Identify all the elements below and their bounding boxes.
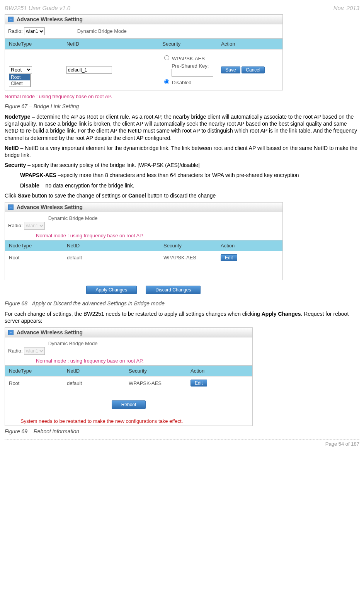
dropdown-opt-client[interactable]: Client (9, 80, 30, 87)
psk-row: Pre-Shared Key: (172, 63, 213, 77)
dropdown-opt-root[interactable]: Root (9, 74, 30, 80)
reboot-row: Reboot (5, 390, 252, 415)
cancel-button[interactable]: Cancel (242, 66, 264, 73)
cell-security: WPAPSK-AES (160, 251, 217, 264)
nodetype-dropdown[interactable]: Root Root Client (9, 66, 59, 73)
para-nodetype: NodeType – determine the AP as Root or c… (5, 113, 359, 141)
reboot-button[interactable]: Reboot (112, 400, 146, 409)
security-wpa-row[interactable]: WPAPSK-AES (162, 54, 213, 61)
nodetype-select[interactable]: Root (9, 66, 32, 73)
radio-row-2: Dynamic Bridge Mode (5, 212, 282, 221)
radio-label-2: Radio: (8, 223, 23, 228)
table-header-row: NodeType NetID Security Action (5, 39, 282, 49)
para-netid: NetID – NetID is a very important elemen… (5, 145, 359, 158)
bridge-table-2: NodeType NetID Security Action Root defa… (5, 240, 282, 264)
col-netid: NetID (63, 240, 160, 251)
para-wpapsk: WPAPSK-AES –specify more than 8 characte… (20, 172, 359, 179)
panel-reboot: − Advance Wireless Setting Dynamic Bridg… (5, 327, 253, 426)
note-normal-mode: Normal mode : using frequency base on ro… (5, 92, 359, 101)
apply-changes-button[interactable]: Apply Changes (86, 286, 137, 294)
edit-button[interactable]: Edit (191, 380, 207, 387)
apply-discard-row: Apply Changes Discard Changes (5, 282, 282, 298)
panel3-title-bar: − Advance Wireless Setting (5, 328, 252, 337)
netid-input[interactable] (66, 66, 112, 74)
cell-netid: default (63, 376, 125, 390)
page-footer: Page 54 of 187 (5, 439, 359, 447)
t4: For each change of settings, the BW2251 … (5, 311, 262, 317)
collapse-icon[interactable]: − (8, 330, 14, 335)
col-action: Action (217, 39, 282, 49)
psk-label: Pre-Shared Key: (172, 63, 209, 69)
radio-select-2: wlan1 (24, 222, 45, 230)
radio-row-2b: Radio: wlan1 (5, 221, 282, 233)
col-netid: NetID (63, 39, 158, 49)
page-header: BW2251 User Guide v1.0 Nov. 2013 (5, 5, 359, 11)
para-security: Security – specify the security policy o… (5, 162, 359, 169)
spacer (5, 264, 282, 280)
cell-security: WPAPSK-AES (125, 376, 187, 390)
figure-67-caption: Figure 67 – Bridge Link Setting (5, 103, 359, 109)
header-left: BW2251 User Guide v1.0 (5, 5, 70, 11)
col-nodetype: NodeType (5, 366, 63, 376)
table-row: Root default WPAPSK-AES Edit (5, 251, 282, 264)
text-wpapsk: –specify more than 8 characters and less… (56, 172, 299, 178)
security-disabled-radio[interactable] (164, 79, 169, 84)
cell-nodetype: Root (5, 251, 63, 264)
radio-select-3: wlan1 (24, 347, 45, 355)
radio-select[interactable]: wlan1 (24, 27, 45, 35)
t2: button to save the change of settings or (31, 192, 128, 199)
label-disable: Disable (20, 182, 39, 189)
b-save: Save (18, 192, 31, 199)
table-row: Root Root Client WPAPSK-AES (5, 49, 282, 90)
col-netid: NetID (63, 366, 125, 376)
bridge-table: NodeType NetID Security Action Root Root… (5, 38, 282, 90)
edit-button[interactable]: Edit (221, 254, 237, 261)
radio-row-3b: Radio: wlan1 (5, 346, 252, 358)
label-nodetype: NodeType (5, 114, 31, 120)
cell-nodetype: Root (5, 376, 63, 390)
psk-input[interactable] (172, 69, 213, 77)
mode-label-2: Dynamic Bridge Mode (48, 215, 98, 221)
save-button[interactable]: Save (221, 66, 240, 73)
panel-bridge-link-setting: − Advance Wireless Setting Radio: wlan1 … (5, 14, 283, 90)
security-disabled-row[interactable]: Disabled (162, 78, 213, 85)
security-group: WPAPSK-AES Pre-Shared Key: Disabled (162, 54, 213, 85)
table-row: Root default WPAPSK-AES Edit (5, 376, 252, 390)
cell-netid: default (63, 251, 160, 264)
security-wpa-radio[interactable] (164, 55, 169, 60)
mode-label-3: Dynamic Bridge Mode (48, 341, 98, 346)
discard-changes-button[interactable]: Discard Changes (146, 286, 201, 294)
col-action: Action (217, 240, 282, 251)
system-restart-warning: System needs to be restarted to make the… (5, 415, 252, 426)
table-header-row: NodeType NetID Security Action (5, 366, 252, 376)
col-nodetype: NodeType (5, 240, 63, 251)
panel2-title-bar: − Advance Wireless Setting (5, 203, 282, 212)
note-normal-mode-3: Normal mode : using frequency base on ro… (5, 358, 252, 365)
b-apply: Apply Changes (262, 311, 301, 317)
text-netid: – NetID is a very important element for … (5, 145, 357, 158)
figure-69-caption: Figure 69 – Reboot information (5, 428, 359, 434)
label-security: Security (5, 162, 26, 168)
text-security: – specify the security policy of the bri… (26, 162, 199, 168)
collapse-icon[interactable]: − (8, 204, 14, 210)
panel-title-bar: − Advance Wireless Setting (5, 15, 282, 24)
security-wpa-label: WPAPSK-AES (172, 56, 205, 61)
text-nodetype: – determine the AP as Root or client rul… (5, 114, 357, 141)
nodetype-dropdown-list: Root Client (9, 74, 31, 87)
panel-apply-discard: − Advance Wireless Setting Dynamic Bridg… (5, 202, 283, 280)
panel2-title: Advance Wireless Setting (17, 204, 83, 210)
bridge-table-3: NodeType NetID Security Action Root defa… (5, 365, 252, 390)
radio-label-3: Radio: (8, 348, 23, 354)
radio-row: Radio: wlan1 Dynamic Bridge Mode (5, 24, 282, 38)
collapse-icon[interactable]: − (8, 17, 14, 22)
label-netid: NetID (5, 145, 19, 151)
label-wpapsk: WPAPSK-AES (20, 172, 56, 178)
t1: Click (5, 192, 18, 199)
mode-label: Dynamic Bridge Mode (77, 28, 127, 34)
b-cancel: Cancel (128, 192, 146, 199)
table-header-row: NodeType NetID Security Action (5, 240, 282, 251)
panel-title: Advance Wireless Setting (17, 16, 83, 22)
col-security: Security (125, 366, 187, 376)
panel3-title: Advance Wireless Setting (17, 329, 83, 335)
header-right: Nov. 2013 (333, 5, 359, 11)
